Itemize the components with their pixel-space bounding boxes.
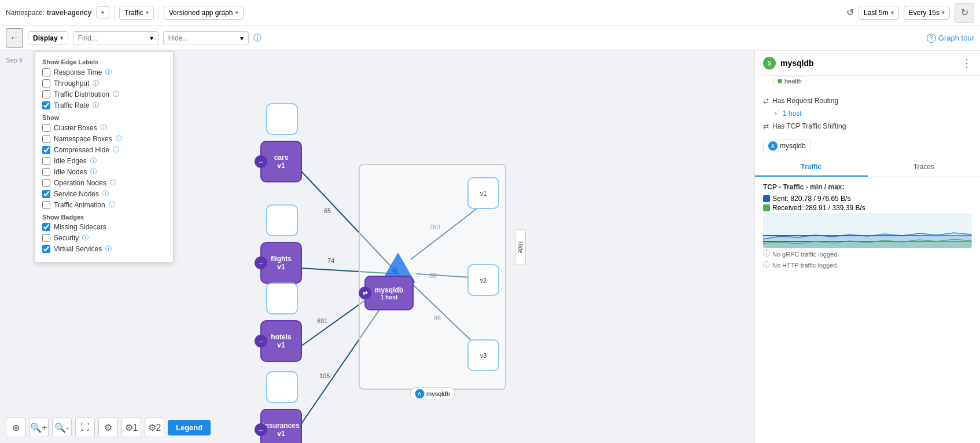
insurances-node[interactable]: ↔ insurances v1 xyxy=(260,409,302,443)
traffic-dist-checkbox[interactable] xyxy=(42,90,50,98)
legend-button[interactable]: Legend xyxy=(168,420,211,435)
traffic-animation-checkbox[interactable] xyxy=(42,201,50,209)
layout-1-button[interactable]: ⚙1 xyxy=(121,418,141,437)
routing-icon: ⇄ xyxy=(763,97,769,105)
cluster-boxes-checkbox[interactable] xyxy=(42,124,50,132)
hotels-parent-node[interactable] xyxy=(266,283,298,314)
expand-icon[interactable]: › xyxy=(775,109,777,118)
v2-box[interactable]: v2 xyxy=(467,264,499,296)
refresh-button[interactable]: ↻ xyxy=(955,3,974,23)
cars-parent-node[interactable] xyxy=(266,103,298,135)
v2-node[interactable]: v2 xyxy=(467,264,499,296)
traffic-dist-row[interactable]: Traffic Distribution ⓘ xyxy=(42,90,166,98)
missing-sidecars-row[interactable]: Missing Sidecars xyxy=(42,223,166,231)
traffic-animation-info[interactable]: ⓘ xyxy=(109,200,115,209)
graph-tour-link[interactable]: ? Graph tour xyxy=(927,34,974,43)
traffic-rate-checkbox[interactable] xyxy=(42,101,50,109)
v3-node[interactable]: v3 xyxy=(467,339,499,371)
idle-edges-checkbox[interactable] xyxy=(42,157,50,165)
virtual-services-info[interactable]: ⓘ xyxy=(105,244,112,253)
operation-nodes-row[interactable]: Operation Nodes ⓘ xyxy=(42,178,166,187)
security-row[interactable]: Security ⓘ xyxy=(42,233,166,242)
cluster-boxes-info[interactable]: ⓘ xyxy=(101,123,107,132)
service-nodes-info[interactable]: ⓘ xyxy=(102,189,109,198)
right-panel: S mysqldb ⋮ health ⇄ Has Request Routing… xyxy=(754,51,980,443)
received-color xyxy=(763,204,770,211)
virtual-services-row[interactable]: Virtual Services ⓘ xyxy=(42,244,166,253)
idle-nodes-checkbox[interactable] xyxy=(42,168,50,176)
throughput-row[interactable]: Throughput ⓘ xyxy=(42,79,166,87)
v1-box[interactable]: v1 xyxy=(467,177,499,209)
no-http-row: ⓘ No HTTP traffic logged. xyxy=(763,260,972,270)
traffic-rate-info[interactable]: ⓘ xyxy=(93,101,99,109)
tab-traces[interactable]: Traces xyxy=(868,158,981,177)
namespace-dropdown[interactable]: ▾ xyxy=(96,6,109,19)
cluster-label: A mysqldb xyxy=(410,387,455,400)
refresh-rate-dropdown[interactable]: Every 15s ▾ xyxy=(904,6,950,20)
namespace-boxes-info[interactable]: ⓘ xyxy=(116,134,122,143)
chart-section: TCP - Traffic - min / max: Sent: 820.78 … xyxy=(755,177,980,277)
virtual-services-checkbox[interactable] xyxy=(42,245,50,253)
compressed-hide-checkbox[interactable] xyxy=(42,146,50,154)
traffic-dist-info[interactable]: ⓘ xyxy=(113,90,119,98)
idle-edges-row[interactable]: Idle Edges ⓘ xyxy=(42,156,166,165)
versioned-graph-dropdown[interactable]: Versioned app graph ▾ xyxy=(164,6,244,20)
service-nodes-checkbox[interactable] xyxy=(42,190,50,198)
back-button[interactable]: ← xyxy=(6,28,23,47)
received-label: Received: 289.91 / 339.39 B/s xyxy=(772,204,865,212)
service-nodes-row[interactable]: Service Nodes ⓘ xyxy=(42,189,166,198)
toolbar-info-icon[interactable]: ⓘ xyxy=(253,33,261,43)
security-checkbox[interactable] xyxy=(42,234,50,242)
move-button[interactable]: ⊕ xyxy=(6,418,25,437)
hide-input[interactable] xyxy=(168,34,238,42)
idle-nodes-row[interactable]: Idle Nodes ⓘ xyxy=(42,167,166,176)
service-badge: S xyxy=(763,57,776,69)
panel-menu-button[interactable]: ⋮ xyxy=(961,57,972,69)
v1-node[interactable]: v1 xyxy=(467,177,499,209)
traffic-chart xyxy=(763,213,972,248)
hide-caret: ▾ xyxy=(240,34,244,42)
zoom-out-button[interactable]: 🔍- xyxy=(52,418,72,437)
sent-label: Sent: 820.78 / 976.65 B/s xyxy=(772,195,850,203)
hotels-node[interactable]: ↔ hotels v1 xyxy=(260,320,302,362)
received-legend: Received: 289.91 / 339.39 B/s xyxy=(763,204,972,212)
throughput-checkbox[interactable] xyxy=(42,79,50,87)
traffic-rate-row[interactable]: Traffic Rate ⓘ xyxy=(42,101,166,109)
operation-nodes-info[interactable]: ⓘ xyxy=(110,178,116,187)
http-icon: ⓘ xyxy=(763,260,770,270)
v3-box[interactable]: v3 xyxy=(467,339,499,371)
idle-edges-info[interactable]: ⓘ xyxy=(90,156,97,165)
insurances-parent-node[interactable] xyxy=(266,371,298,403)
operation-nodes-checkbox[interactable] xyxy=(42,179,50,187)
security-info[interactable]: ⓘ xyxy=(82,233,89,242)
question-icon: ? xyxy=(927,34,936,43)
time-range-dropdown[interactable]: Last 5m ▾ xyxy=(859,6,899,20)
response-time-row[interactable]: Response Time ⓘ xyxy=(42,68,166,76)
cars-node[interactable]: ↔ cars v1 xyxy=(260,141,302,182)
traffic-dropdown[interactable]: Traffic ▾ xyxy=(119,6,154,20)
tab-traffic[interactable]: Traffic xyxy=(755,158,868,177)
fullscreen-button[interactable]: ⛶ xyxy=(75,418,95,437)
missing-sidecars-checkbox[interactable] xyxy=(42,223,50,231)
layout-button[interactable]: ⚙ xyxy=(98,418,118,437)
mysqldb-workload-node[interactable]: ⇄ mysqldb 1 host xyxy=(364,276,414,310)
flights-parent-node[interactable] xyxy=(266,204,298,236)
display-dropdown-btn[interactable]: Display ▾ xyxy=(28,31,68,45)
host-count-link[interactable]: 1 host xyxy=(783,109,802,118)
zoom-in-button[interactable]: 🔍+ xyxy=(29,418,49,437)
traffic-animation-row[interactable]: Traffic Animation ⓘ xyxy=(42,200,166,209)
layout-2-button[interactable]: ⚙2 xyxy=(145,418,164,437)
namespace-boxes-checkbox[interactable] xyxy=(42,135,50,143)
flights-node[interactable]: ↔ flights v1 xyxy=(260,242,302,284)
compressed-hide-row[interactable]: Compressed Hide ⓘ xyxy=(42,145,166,154)
namespace-boxes-row[interactable]: Namespace Boxes ⓘ xyxy=(42,134,166,143)
hide-panel-toggle[interactable]: Hide xyxy=(515,229,526,265)
idle-nodes-info[interactable]: ⓘ xyxy=(90,167,97,176)
response-time-checkbox[interactable] xyxy=(42,68,50,76)
find-input[interactable] xyxy=(78,34,148,42)
throughput-info[interactable]: ⓘ xyxy=(93,79,99,87)
cluster-boxes-row[interactable]: Cluster Boxes ⓘ xyxy=(42,123,166,132)
response-time-info[interactable]: ⓘ xyxy=(105,68,112,76)
compressed-hide-info[interactable]: ⓘ xyxy=(113,145,119,154)
show-section-title: Show xyxy=(42,114,166,121)
